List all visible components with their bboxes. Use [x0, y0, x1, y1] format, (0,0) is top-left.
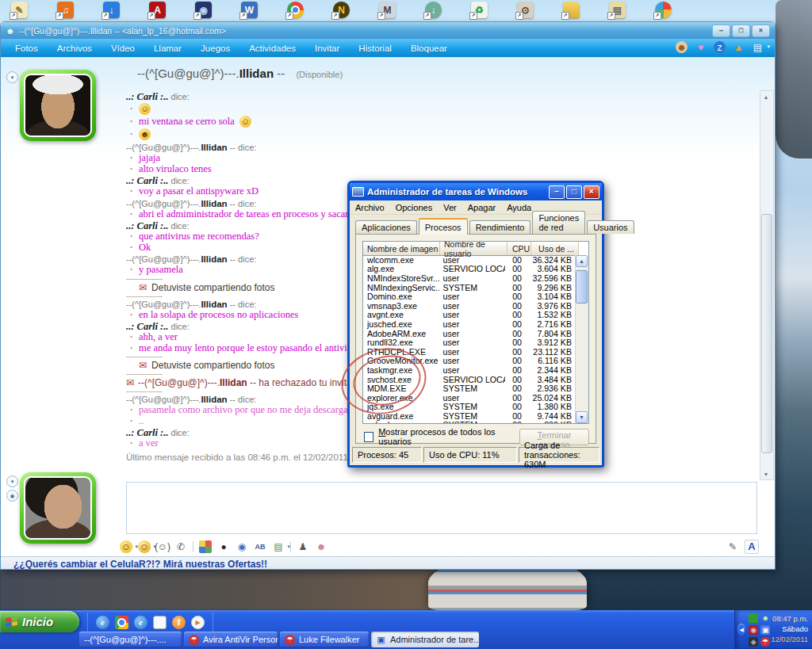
search-tool-shortcut-icon[interactable]: ⊙↗	[517, 2, 534, 18]
adaware-tray-ic[interactable]: ◆	[749, 637, 758, 647]
menu-item-ayuda[interactable]: Ayuda	[501, 203, 537, 212]
process-row[interactable]: sched.exeSYSTEM00800 KB	[363, 421, 576, 423]
menu-item-fotos[interactable]: Fotos	[6, 44, 48, 53]
message-input[interactable]	[126, 482, 757, 534]
process-row[interactable]: rundll32.exeuser003.912 KB	[363, 338, 576, 347]
zune-icon[interactable]: z	[714, 41, 726, 53]
updater-tray-icon[interactable]: ◉	[749, 625, 758, 635]
downloader-shortcut-icon[interactable]: ↓↗	[103, 2, 120, 18]
bear-icon[interactable]: ☻	[676, 41, 688, 53]
ie-quicklaunch-icon[interactable]: e	[96, 616, 109, 629]
show-all-processes-checkbox[interactable]	[364, 432, 373, 442]
chat-scrollbar[interactable]: ▲ ▼	[760, 90, 774, 480]
binoculars-shortcut-icon[interactable]: M↗	[379, 2, 396, 18]
menu-item-actividades[interactable]: Actividades	[239, 44, 305, 53]
background-button[interactable]: ▤▾	[272, 540, 285, 553]
tab-usuarios[interactable]: Usuarios	[587, 220, 634, 234]
nudge-button[interactable]: ☻	[315, 540, 327, 553]
process-row[interactable]: avguard.exeSYSTEM009.744 KB	[363, 411, 576, 421]
process-row[interactable]: wlcomm.exeuser0036.324 KB	[363, 255, 576, 265]
scroll-up-icon[interactable]: ▲	[760, 91, 772, 102]
scroll-thumb[interactable]	[576, 270, 588, 304]
video-call-button[interactable]: ◉	[236, 540, 248, 553]
task-manager-titlebar[interactable]: Administrador de tareas de Windows –□×	[350, 183, 602, 200]
minimize-button[interactable]: –	[549, 185, 565, 199]
column-header[interactable]: Nombre de usuario	[440, 242, 508, 255]
vnc-tray-icon[interactable]	[749, 613, 758, 623]
notes-shortcut-icon[interactable]: ✎↗	[11, 2, 28, 18]
menu-item-vídeo[interactable]: Vídeo	[102, 44, 144, 53]
process-row[interactable]: NMIndexingServic...SYSTEM009.296 KB	[363, 283, 576, 292]
tray-chevron-icon[interactable]: ◀	[737, 624, 745, 636]
show-desktop-icon[interactable]	[153, 616, 167, 629]
scroll-thumb[interactable]	[761, 214, 772, 453]
uninstaller-shortcut-icon[interactable]: ♻↗	[471, 2, 488, 18]
winamp-shortcut-icon[interactable]: ♫↗	[57, 2, 74, 18]
process-list-scrollbar[interactable]: ▲ ▼	[575, 255, 588, 423]
handwriting-button[interactable]: ✎	[726, 540, 739, 553]
menu-item-opciones[interactable]: Opciones	[390, 203, 438, 212]
firefox-quicklaunch-icon[interactable]: f	[172, 616, 186, 629]
ad-banner[interactable]: ¿¿Querés cambiar el CelulaR?!? Mirá nues…	[1, 556, 775, 569]
chrome-shortcut-icon[interactable]: ↗	[287, 2, 304, 18]
process-row[interactable]: avgnt.exeuser001.532 KB	[363, 311, 576, 320]
menu-item-invitar[interactable]: Invitar	[305, 44, 349, 53]
page-options-icon[interactable]: ▤▾	[752, 41, 764, 53]
scroll-down-icon[interactable]: ▼	[760, 468, 772, 479]
minimize-button[interactable]: –	[712, 25, 730, 37]
adobe-reader-shortcut-icon[interactable]: A↗	[149, 2, 166, 18]
media-disc-shortcut-icon[interactable]: ◉↗	[195, 2, 212, 18]
heart-icon[interactable]: ♥	[695, 41, 707, 53]
smiley-emoticon-button[interactable]: ☺▾	[120, 540, 132, 553]
ie-secondary-quicklaunch-icon[interactable]: e	[134, 616, 147, 629]
avira-tray-icon[interactable]: ☂	[760, 637, 770, 647]
process-row[interactable]: NMIndexStoreSvr...user0032.596 KB	[363, 273, 576, 283]
taskbar-button[interactable]: ▣Administrador de tare...	[371, 632, 479, 647]
folder-printer-shortcut-icon[interactable]: ▤↗	[609, 2, 626, 18]
voice-clip-button[interactable]: ✆	[174, 540, 187, 553]
folder-shortcut-icon[interactable]: ↗	[563, 2, 580, 18]
media-center-shortcut-icon[interactable]: ↗	[655, 2, 672, 18]
process-row[interactable]: vmsnap3.exeuser003.976 KB	[363, 301, 576, 311]
media-player-quicklaunch-icon[interactable]: ▶	[191, 616, 205, 629]
flame-icon[interactable]: ▲	[733, 41, 745, 53]
menu-item-historial[interactable]: Historial	[349, 44, 401, 53]
menu-item-ver[interactable]: Ver	[438, 203, 462, 212]
hug-emoticon-button[interactable]: (☺)	[156, 540, 169, 553]
taskbar-clock[interactable]: 08:47 p.m. Sábado 12/02/2011	[771, 610, 812, 649]
wink-emoticon-button[interactable]: ☺▾	[138, 540, 151, 553]
messenger-tray-icon[interactable]: ☻	[760, 613, 770, 623]
scroll-down-icon[interactable]: ▼	[576, 411, 588, 423]
webcam-preview-button[interactable]: ◉	[6, 490, 18, 502]
tab-funciones-de-red[interactable]: Funciones de red	[532, 211, 585, 234]
chrome-quicklaunch-icon[interactable]	[115, 616, 128, 629]
text-mode-button[interactable]: A	[745, 540, 759, 554]
scroll-up-icon[interactable]: ▲	[576, 255, 588, 267]
menu-item-llamar[interactable]: Llamar	[144, 44, 191, 53]
maximize-button[interactable]: □	[732, 25, 750, 37]
process-row[interactable]: jusched.exeuser002.716 KB	[363, 319, 576, 329]
menu-item-apagar[interactable]: Apagar	[462, 203, 501, 212]
column-header[interactable]: Nombre de imagen	[363, 242, 440, 255]
column-header[interactable]: Uso de ...	[531, 242, 579, 255]
taskbar-button[interactable]: ☂Luke Filewalker	[280, 632, 369, 647]
photo-share-button[interactable]	[199, 540, 212, 553]
word-shortcut-icon[interactable]: W↗	[241, 2, 258, 18]
taskbar-button[interactable]: ☻--(^[Gu@gu@]^)---....	[79, 632, 182, 647]
font-button[interactable]: AB	[254, 540, 266, 553]
menu-item-archivo[interactable]: Archivo	[350, 203, 390, 212]
tab-rendimiento[interactable]: Rendimiento	[469, 220, 531, 234]
webcam-button[interactable]: ●	[217, 540, 230, 553]
maximize-button[interactable]: □	[566, 185, 582, 199]
show-all-processes-label[interactable]: Mostrar procesos de todos los usuarios	[378, 427, 519, 446]
close-button[interactable]: ×	[752, 25, 770, 37]
menu-item-bloquear[interactable]: Bloquear	[401, 44, 457, 53]
menu-item-archivos[interactable]: Archivos	[48, 44, 102, 53]
collapse-contact-avatar-button[interactable]: ▾	[6, 71, 18, 83]
games-button[interactable]: ♟	[297, 540, 309, 553]
tab-aplicaciones[interactable]: Aplicaciones	[355, 220, 417, 234]
norton-shortcut-icon[interactable]: N↗	[333, 2, 350, 18]
close-button[interactable]: ×	[584, 185, 599, 199]
messenger-titlebar[interactable]: ☻ --(^[Gu@gu@]^)---.Illidan -- <alan_lp_…	[1, 22, 775, 39]
globe-download-shortcut-icon[interactable]: ↓↗	[425, 2, 442, 18]
